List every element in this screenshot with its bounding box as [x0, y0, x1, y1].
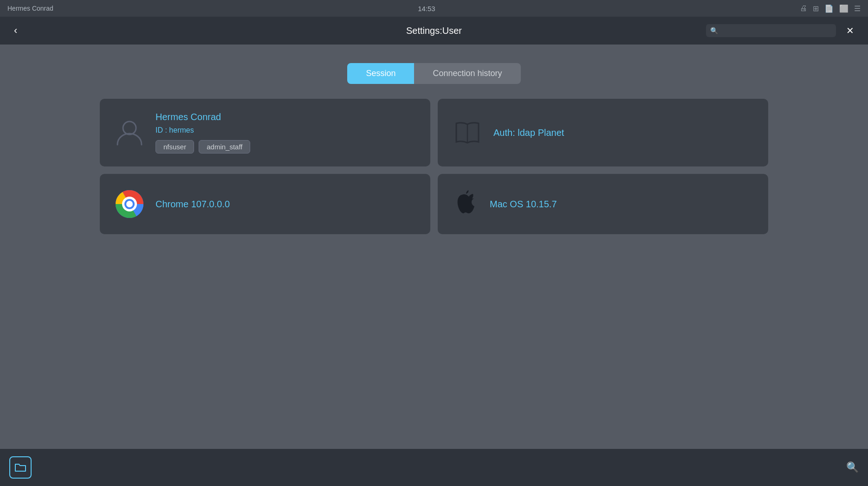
- close-button[interactable]: ✕: [842, 23, 859, 38]
- tab-connection-history[interactable]: Connection history: [414, 63, 520, 84]
- system-bar-icons: 🖨 ⊞ 📄 ⬜ ☰: [800, 4, 861, 13]
- user-tags: nfsuser admin_staff: [155, 140, 250, 153]
- back-button[interactable]: ‹: [9, 23, 22, 38]
- system-bar-username: Hermes Conrad: [7, 5, 53, 12]
- print-icon[interactable]: 🖨: [800, 4, 807, 13]
- system-bar: Hermes Conrad 14:53 🖨 ⊞ 📄 ⬜ ☰: [0, 0, 868, 17]
- bottom-bar: 🔍: [0, 449, 868, 486]
- folder-button[interactable]: [9, 456, 32, 479]
- user-card: Hermes Conrad ID : hermes nfsuser admin_…: [100, 99, 430, 166]
- user-id: ID : hermes: [155, 126, 250, 134]
- os-title: Mac OS 10.15.7: [490, 199, 557, 210]
- window-icon[interactable]: ⬜: [839, 4, 849, 13]
- tab-session[interactable]: Session: [347, 63, 414, 84]
- header-bar: ‹ Settings:User 🔍 ✕: [0, 17, 868, 45]
- browser-title: Chrome 107.0.0.0: [155, 199, 230, 210]
- search-input[interactable]: [706, 24, 836, 37]
- browser-card-content: Chrome 107.0.0.0: [155, 199, 230, 210]
- svg-point-5: [126, 201, 133, 207]
- bottom-search-icon[interactable]: 🔍: [846, 461, 859, 473]
- search-wrapper: 🔍: [706, 24, 836, 37]
- auth-card-content: Auth: ldap Planet: [493, 128, 564, 138]
- header-right: 🔍 ✕: [706, 23, 859, 38]
- user-icon: [115, 118, 144, 147]
- grid-icon[interactable]: ⊞: [813, 4, 819, 13]
- doc-icon[interactable]: 📄: [824, 4, 834, 13]
- book-icon: [453, 118, 482, 147]
- tabs-container: Session Connection history: [347, 63, 520, 84]
- apple-icon: [453, 189, 479, 219]
- search-icon: 🔍: [710, 27, 718, 34]
- browser-card: Chrome 107.0.0.0: [100, 174, 430, 234]
- os-card: Mac OS 10.15.7: [438, 174, 768, 234]
- main-content: Session Connection history Hermes Conrad…: [0, 45, 868, 449]
- auth-title: Auth: ldap Planet: [493, 128, 564, 138]
- cards-grid: Hermes Conrad ID : hermes nfsuser admin_…: [100, 99, 768, 234]
- chrome-icon: [115, 189, 144, 219]
- svg-point-0: [123, 122, 136, 134]
- tag-nfsuser: nfsuser: [155, 140, 194, 153]
- user-name: Hermes Conrad: [155, 112, 250, 122]
- menu-icon[interactable]: ☰: [854, 4, 861, 13]
- auth-card: Auth: ldap Planet: [438, 99, 768, 166]
- system-bar-clock: 14:53: [418, 5, 435, 13]
- tag-admin-staff: admin_staff: [199, 140, 250, 153]
- user-card-content: Hermes Conrad ID : hermes nfsuser admin_…: [155, 112, 250, 153]
- os-card-content: Mac OS 10.15.7: [490, 199, 557, 210]
- page-title: Settings:User: [406, 26, 462, 36]
